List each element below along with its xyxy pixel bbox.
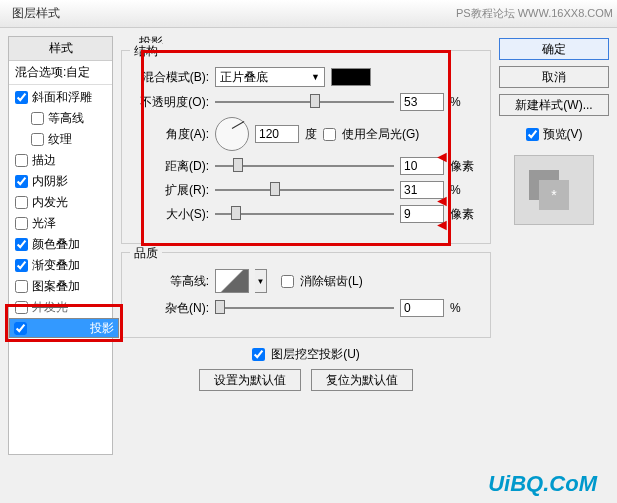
spread-slider[interactable] <box>215 181 394 199</box>
watermark: PS教程论坛 WWW.16XX8.COM <box>456 6 613 21</box>
styles-header: 样式 <box>9 37 112 61</box>
distance-label: 距离(D): <box>134 158 209 175</box>
cancel-button[interactable]: 取消 <box>499 66 609 88</box>
defaults-row: 设置为默认值 复位为默认值 <box>121 369 491 391</box>
angle-input[interactable]: 120 <box>255 125 299 143</box>
style-item-6[interactable]: 光泽 <box>9 213 112 234</box>
blend-mode-row: 混合模式(B): 正片叠底 ▼ <box>134 67 478 87</box>
spread-row: 扩展(R): 31 % <box>134 181 478 199</box>
spread-label: 扩展(R): <box>134 182 209 199</box>
style-checkbox[interactable] <box>15 280 28 293</box>
quality-title: 品质 <box>130 245 162 262</box>
style-label: 内阴影 <box>32 173 68 190</box>
spread-unit: % <box>450 183 478 197</box>
style-item-7[interactable]: 颜色叠加 <box>9 234 112 255</box>
style-checkbox[interactable] <box>14 322 27 335</box>
opacity-label: 不透明度(O): <box>134 94 209 111</box>
style-checkbox[interactable] <box>15 217 28 230</box>
blend-mode-value: 正片叠底 <box>220 69 268 86</box>
angle-unit: 度 <box>305 126 317 143</box>
footer-watermark: UiBQ.CoM <box>488 471 597 497</box>
style-checkbox[interactable] <box>15 301 28 314</box>
style-label: 外发光 <box>32 299 68 316</box>
style-checkbox[interactable] <box>15 91 28 104</box>
blend-options-row[interactable]: 混合选项:自定 <box>9 61 112 85</box>
style-item-11[interactable]: 投影 <box>9 318 119 338</box>
noise-unit: % <box>450 301 478 315</box>
size-label: 大小(S): <box>134 206 209 223</box>
style-item-0[interactable]: 斜面和浮雕 <box>9 87 112 108</box>
knockout-checkbox[interactable] <box>252 348 265 361</box>
preview-thumbnail: * <box>514 155 594 225</box>
distance-unit: 像素 <box>450 158 478 175</box>
style-checkbox[interactable] <box>15 175 28 188</box>
knockout-row: 图层挖空投影(U) <box>121 346 491 363</box>
size-row: 大小(S): 9 像素 <box>134 205 478 223</box>
style-label: 图案叠加 <box>32 278 80 295</box>
structure-group: 结构 混合模式(B): 正片叠底 ▼ 不透明度(O): 53 % 角度(A): … <box>121 50 491 244</box>
set-default-button[interactable]: 设置为默认值 <box>199 369 301 391</box>
preview-asterisk-icon: * <box>539 180 569 210</box>
style-item-2[interactable]: 纹理 <box>9 129 112 150</box>
size-input[interactable]: 9 <box>400 205 444 223</box>
opacity-slider[interactable] <box>215 93 394 111</box>
contour-row: 等高线: ▼ 消除锯齿(L) <box>134 269 478 293</box>
opacity-input[interactable]: 53 <box>400 93 444 111</box>
noise-label: 杂色(N): <box>134 300 209 317</box>
style-label: 渐变叠加 <box>32 257 80 274</box>
style-label: 内发光 <box>32 194 68 211</box>
right-panel: 确定 取消 新建样式(W)... 预览(V) * <box>499 36 609 455</box>
new-style-button[interactable]: 新建样式(W)... <box>499 94 609 116</box>
quality-group: 品质 等高线: ▼ 消除锯齿(L) 杂色(N): 0 % <box>121 252 491 338</box>
distance-row: 距离(D): 10 像素 <box>134 157 478 175</box>
style-label: 投影 <box>90 320 114 337</box>
angle-dial[interactable] <box>215 117 249 151</box>
style-label: 等高线 <box>48 110 84 127</box>
styles-panel: 样式 混合选项:自定 斜面和浮雕等高线纹理描边内阴影内发光光泽颜色叠加渐变叠加图… <box>8 36 113 455</box>
style-checkbox[interactable] <box>15 196 28 209</box>
antialias-label: 消除锯齿(L) <box>300 273 363 290</box>
global-light-label: 使用全局光(G) <box>342 126 419 143</box>
style-checkbox[interactable] <box>15 259 28 272</box>
reset-default-button[interactable]: 复位为默认值 <box>311 369 413 391</box>
noise-row: 杂色(N): 0 % <box>134 299 478 317</box>
style-label: 颜色叠加 <box>32 236 80 253</box>
style-label: 光泽 <box>32 215 56 232</box>
style-checkbox[interactable] <box>15 154 28 167</box>
distance-input[interactable]: 10 <box>400 157 444 175</box>
spread-input[interactable]: 31 <box>400 181 444 199</box>
distance-slider[interactable] <box>215 157 394 175</box>
style-item-3[interactable]: 描边 <box>9 150 112 171</box>
noise-slider[interactable] <box>215 299 394 317</box>
contour-label: 等高线: <box>134 273 209 290</box>
window-title: 图层样式 <box>4 5 60 22</box>
style-item-1[interactable]: 等高线 <box>9 108 112 129</box>
angle-row: 角度(A): 120 度 使用全局光(G) <box>134 117 478 151</box>
contour-dropdown-icon[interactable]: ▼ <box>255 269 267 293</box>
opacity-row: 不透明度(O): 53 % <box>134 93 478 111</box>
style-item-8[interactable]: 渐变叠加 <box>9 255 112 276</box>
style-item-5[interactable]: 内发光 <box>9 192 112 213</box>
global-light-checkbox[interactable] <box>323 128 336 141</box>
antialias-checkbox[interactable] <box>281 275 294 288</box>
dropdown-arrow-icon: ▼ <box>311 72 320 82</box>
preview-checkbox[interactable] <box>526 128 539 141</box>
style-item-10[interactable]: 外发光 <box>9 297 112 318</box>
style-checkbox[interactable] <box>15 238 28 251</box>
blend-mode-select[interactable]: 正片叠底 ▼ <box>215 67 325 87</box>
size-slider[interactable] <box>215 205 394 223</box>
knockout-label: 图层挖空投影(U) <box>271 346 360 363</box>
style-label: 描边 <box>32 152 56 169</box>
style-item-4[interactable]: 内阴影 <box>9 171 112 192</box>
style-label: 纹理 <box>48 131 72 148</box>
style-checkbox[interactable] <box>31 133 44 146</box>
style-checkbox[interactable] <box>31 112 44 125</box>
style-item-9[interactable]: 图案叠加 <box>9 276 112 297</box>
shadow-color-swatch[interactable] <box>331 68 371 86</box>
structure-title: 结构 <box>130 43 162 60</box>
ok-button[interactable]: 确定 <box>499 38 609 60</box>
contour-picker[interactable] <box>215 269 249 293</box>
center-panel: 投影 结构 混合模式(B): 正片叠底 ▼ 不透明度(O): 53 % 角度(A… <box>121 36 491 455</box>
opacity-unit: % <box>450 95 478 109</box>
noise-input[interactable]: 0 <box>400 299 444 317</box>
